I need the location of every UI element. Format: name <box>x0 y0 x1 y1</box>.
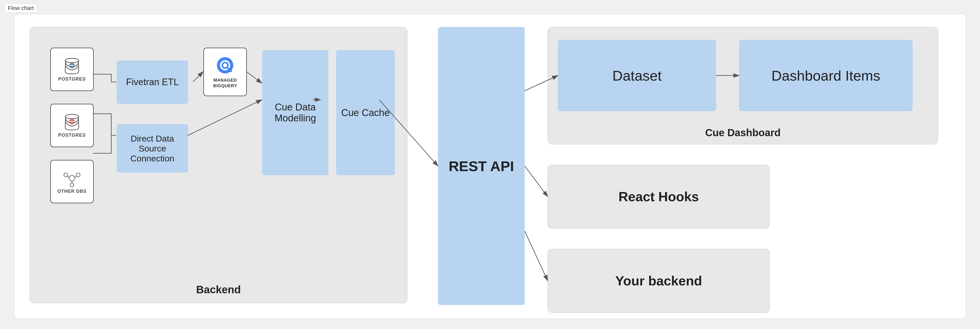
svg-point-6 <box>69 175 75 181</box>
postgres1-box: PG POSTGRES <box>50 48 94 91</box>
postgres1-label: POSTGRES <box>58 76 86 82</box>
bigquery-icon <box>215 55 235 75</box>
postgres2-icon: PG <box>63 113 81 131</box>
cue-dashboard-label: Cue Dashboard <box>705 127 781 138</box>
bigquery-label: MANAGED BIGQUERY <box>204 78 246 89</box>
svg-line-11 <box>75 176 76 178</box>
direct-data-box: Direct Data Source Connection <box>117 124 188 173</box>
backend-label: Backend <box>196 284 241 296</box>
cue-cache-box: Cue Cache <box>336 50 395 175</box>
tab-label: Flow chart <box>8 5 34 11</box>
cue-data-modelling-box: Cue Data Modelling <box>262 50 328 175</box>
svg-point-9 <box>70 183 74 187</box>
cue-cache-label: Cue Cache <box>341 107 390 118</box>
your-backend-label: Your backend <box>615 273 702 288</box>
other-dbs-box: OTHER DBS <box>50 160 94 203</box>
react-hooks-box: React Hooks <box>548 165 770 229</box>
your-backend-box: Your backend <box>548 249 770 313</box>
fivetran-box: Fivetran ETL <box>117 60 188 104</box>
svg-point-0 <box>65 58 79 63</box>
svg-text:PG: PG <box>70 64 74 67</box>
dataset-box: Dataset <box>558 40 716 111</box>
dashboard-items-box: Dashboard Items <box>739 40 913 111</box>
cue-data-modelling-label: Cue Data Modelling <box>266 102 325 124</box>
svg-line-10 <box>68 176 69 178</box>
rest-api-label: REST API <box>449 158 514 175</box>
react-hooks-label: React Hooks <box>619 189 699 204</box>
svg-point-8 <box>76 173 80 177</box>
svg-point-3 <box>65 114 79 119</box>
fivetran-label: Fivetran ETL <box>126 77 179 87</box>
bigquery-box: MANAGED BIGQUERY <box>204 48 247 96</box>
svg-point-7 <box>64 173 68 177</box>
flow-chart-tab[interactable]: Flow chart <box>5 3 37 13</box>
rest-api-box: REST API <box>438 27 525 305</box>
other-dbs-icon <box>63 169 81 187</box>
direct-data-label: Direct Data Source Connection <box>121 134 184 164</box>
postgres1-icon: PG <box>63 57 81 75</box>
db-column: PG POSTGRES PG POSTGRES <box>50 48 94 203</box>
dashboard-items-label: Dashboard Items <box>772 67 880 84</box>
svg-point-16 <box>223 63 227 67</box>
backend-group: Backend PG POSTGRES <box>30 27 407 303</box>
svg-text:PG: PG <box>70 120 74 123</box>
dataset-label: Dataset <box>612 67 662 84</box>
main-diagram-container: Backend PG POSTGRES <box>14 14 966 319</box>
diagram-area: Backend PG POSTGRES <box>14 14 966 319</box>
postgres2-box: PG POSTGRES <box>50 104 94 147</box>
other-dbs-label: OTHER DBS <box>57 189 86 194</box>
postgres2-label: POSTGRES <box>58 133 86 138</box>
